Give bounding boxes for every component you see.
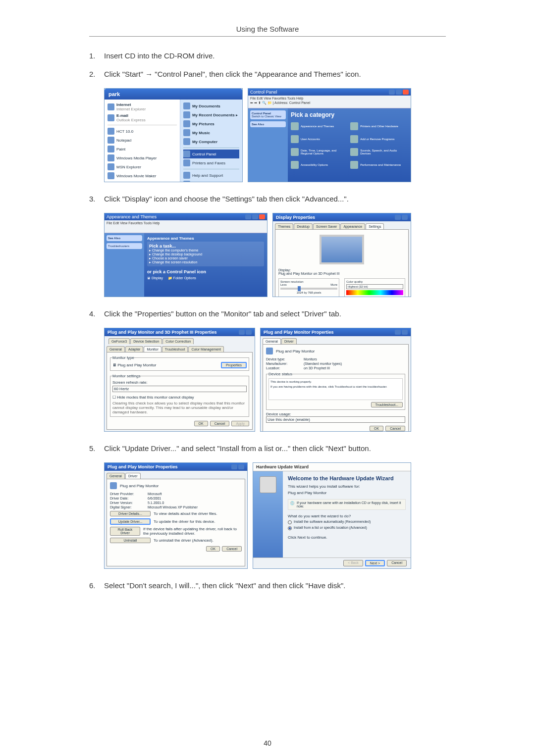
start-item-moviemaker[interactable]: Windows Movie Maker (107, 171, 177, 180)
start-item-paint[interactable]: Paint (107, 145, 177, 153)
folder-options-link[interactable]: 📁 Folder Options (168, 276, 196, 280)
category-datetime[interactable]: Date, Time, Language, and Regional Optio… (291, 148, 343, 156)
cancel-button[interactable]: Cancel (222, 546, 242, 552)
properties-button[interactable]: Properties (221, 362, 247, 368)
resolution-slider[interactable]: Screen resolution LessMore 1024 by 768 p… (278, 278, 339, 297)
tab-monitor[interactable]: Monitor (144, 346, 161, 352)
color-quality-select[interactable]: Color quality Highest (32 bit) (344, 278, 405, 297)
start-recent[interactable]: My Recent Documents ▸ (183, 110, 239, 119)
tab-devsel[interactable]: Device Selection (130, 338, 162, 344)
maximize-icon[interactable] (396, 90, 402, 95)
sidebar-controlpanel-box: Control Panel Switch to Classic View (250, 110, 286, 119)
tab-themes[interactable]: Themes (275, 223, 293, 229)
sound-icon (350, 148, 358, 156)
start-mycomputer[interactable]: My Computer (183, 137, 239, 146)
tab-colorcorr[interactable]: Color Correction (162, 338, 194, 344)
switch-view-link[interactable]: Switch to Classic View (252, 115, 281, 118)
printer-icon (183, 159, 190, 166)
task-link[interactable]: ▸ Change the computer's theme (149, 249, 262, 252)
category-sounds[interactable]: Sounds, Speech, and Audio Devices (350, 148, 403, 156)
help-icon[interactable] (239, 330, 245, 335)
accessibility-icon (291, 161, 299, 169)
radio-auto[interactable]: Install the software automatically (Reco… (288, 520, 406, 524)
category-accessibility[interactable]: Accessibility Options (291, 161, 343, 169)
refresh-rate-select[interactable]: 60 Hertz (112, 386, 247, 392)
start-printers[interactable]: Printers and Faxes (183, 158, 239, 167)
ok-button[interactable]: OK (194, 421, 208, 426)
tab-screensaver[interactable]: Screen Saver (313, 223, 340, 229)
tab-settings[interactable]: Settings (366, 223, 384, 229)
tab-general[interactable]: General (107, 473, 125, 479)
category-printers[interactable]: Printers and Other Hardware (350, 122, 403, 130)
close-icon[interactable] (402, 330, 408, 335)
help-icon[interactable] (231, 464, 237, 469)
rollback-driver-button[interactable]: Roll Back Driver (110, 527, 140, 536)
tab-general[interactable]: General (107, 346, 125, 352)
start-item-internet[interactable]: InternetInternet Explorer (107, 101, 177, 112)
task-link[interactable]: ▸ Choose a screen saver (149, 256, 262, 260)
close-icon[interactable] (238, 464, 244, 469)
minimize-icon[interactable] (389, 90, 395, 95)
tab-driver[interactable]: Driver (125, 473, 141, 479)
help-icon[interactable] (395, 330, 401, 335)
tab-general[interactable]: General (263, 338, 281, 344)
close-icon[interactable] (402, 215, 408, 220)
cancel-button[interactable]: Cancel (387, 560, 407, 566)
cancel-button[interactable]: Cancel (210, 421, 230, 426)
start-mypics[interactable]: My Pictures (183, 119, 239, 128)
start-search[interactable]: Search (183, 180, 239, 182)
category-appearance[interactable]: Appearance and Themes (291, 122, 343, 130)
tab-driver[interactable]: Driver (281, 338, 297, 344)
monitor-preview (320, 235, 364, 264)
start-item-hct[interactable]: HCT 10.0 (107, 127, 177, 136)
minimize-icon[interactable] (245, 214, 251, 219)
device-usage-select[interactable]: Use this device (enable) (266, 416, 405, 423)
tab-geforce[interactable]: GeForce3 (108, 338, 130, 344)
display-icon-link[interactable]: 🖥 Display (147, 276, 163, 280)
pnp-driver-screenshot: Plug and Play Monitor Properties General… (104, 462, 248, 569)
menubar[interactable]: File Edit View Favorites Tools Help ⬅ ➡ … (248, 96, 411, 108)
step-text: Click "Update Driver..." and select "Ins… (104, 444, 446, 453)
menubar[interactable]: File Edit View Favorites Tools Help (105, 220, 267, 233)
maximize-icon[interactable] (252, 214, 258, 219)
ok-button[interactable]: OK (206, 546, 220, 552)
task-link[interactable]: ▸ Change the desktop background (149, 252, 262, 256)
uninstall-button[interactable]: Uninstall (110, 538, 151, 543)
start-help[interactable]: Help and Support (183, 171, 239, 180)
tab-colormgmt[interactable]: Color Management (188, 346, 224, 352)
tab-adapter[interactable]: Adapter (125, 346, 144, 352)
figure-row-d: Plug and Play Monitor Properties General… (104, 462, 446, 569)
start-item-wmp[interactable]: Windows Media Player (107, 153, 177, 162)
app-icon (107, 128, 114, 135)
driver-details-button[interactable]: Driver Details... (110, 511, 151, 516)
start-item-msn[interactable]: MSN Explorer (107, 162, 177, 171)
task-link[interactable]: ▸ Change the screen resolution (149, 260, 262, 264)
appearance-heading: Appearance and Themes (147, 236, 264, 241)
troubleshoot-button[interactable]: Troubleshoot... (371, 402, 403, 407)
close-icon[interactable] (259, 214, 265, 219)
step-number: 5. (89, 444, 104, 453)
next-button[interactable]: Next > (365, 560, 385, 566)
start-item-notepad[interactable]: Notepad (107, 136, 177, 145)
category-performance[interactable]: Performance and Maintenance (350, 161, 403, 169)
help-icon[interactable] (395, 215, 401, 220)
tab-troubleshoot[interactable]: Troubleshoot (162, 346, 188, 352)
start-item-email[interactable]: E-mailOutlook Express (107, 112, 177, 123)
help-icon (183, 172, 190, 179)
tab-appearance[interactable]: Appearance (340, 223, 365, 229)
category-addremove[interactable]: Add or Remove Programs (350, 135, 403, 143)
close-icon[interactable] (246, 330, 252, 335)
radio-list[interactable]: Install from a list or specific location… (288, 526, 406, 530)
ok-button[interactable]: OK (370, 426, 383, 431)
start-control-panel[interactable]: Control Panel (183, 150, 239, 158)
category-network[interactable]: User Accounts (291, 135, 343, 143)
start-mymusic[interactable]: My Music (183, 128, 239, 137)
tab-desktop[interactable]: Desktop (294, 223, 313, 229)
update-driver-button[interactable]: Update Driver... (110, 518, 151, 525)
hide-modes-checkbox[interactable]: ☐ Hide modes that this monitor cannot di… (112, 395, 247, 400)
monitor-settings-legend: Monitor settings (112, 374, 140, 378)
close-icon[interactable] (403, 90, 409, 95)
start-mydocs[interactable]: My Documents (183, 101, 239, 110)
figure-row-c: Plug and Play Monitor and 3D Prophet III… (104, 328, 446, 432)
cancel-button[interactable]: Cancel (385, 426, 405, 431)
